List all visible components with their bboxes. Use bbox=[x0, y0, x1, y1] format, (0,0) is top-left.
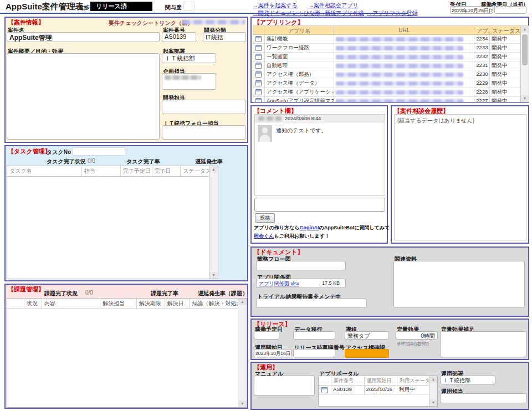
scroll-down-icon[interactable]: ▼ bbox=[238, 400, 247, 407]
redacted-checksheet-link[interactable] bbox=[182, 20, 245, 24]
dev-category-field[interactable]: IT統括 bbox=[203, 32, 246, 42]
app-url-cell[interactable] bbox=[334, 44, 474, 52]
scroll-down-icon[interactable]: ▼ bbox=[429, 399, 437, 406]
appsuite-case-management-sheet: AppSuite案件管理表 進捗 リリース済 関与度 →案件を起案する →案件相… bbox=[0, 0, 532, 411]
app-link-row[interactable]: 自動処理 2231 開発中 bbox=[253, 61, 520, 70]
post-comment-button[interactable]: 投稿 bbox=[255, 213, 275, 223]
scrollbar-thumb[interactable] bbox=[522, 34, 528, 65]
progress-status-badge[interactable]: リリース済 bbox=[90, 2, 152, 11]
app-window-icon[interactable] bbox=[255, 36, 262, 42]
task-col-done[interactable]: 完了日 bbox=[152, 166, 181, 176]
comments-panel: 【コメント欄】 2024/03/08 8:44 通知のテストです。 投稿 アプリ… bbox=[250, 105, 388, 244]
task-no-field[interactable] bbox=[72, 147, 125, 156]
issue-col-resolver[interactable]: 解決担当 bbox=[100, 299, 136, 309]
app-links-scrollbar[interactable]: ▲ ▼ bbox=[520, 26, 529, 102]
issue-table-scrollbar[interactable]: ▲ ▼ bbox=[238, 299, 247, 407]
app-link-row[interactable]: ワークフロー経路 2233 開発中 bbox=[253, 44, 520, 53]
app-portal-scrollbar[interactable]: ▲ ▼ bbox=[429, 376, 437, 406]
app-window-icon[interactable] bbox=[255, 54, 262, 60]
app-col-url[interactable]: URL bbox=[334, 26, 474, 34]
developer-field[interactable] bbox=[162, 100, 246, 114]
manual-area[interactable] bbox=[254, 376, 315, 395]
shoukaikun-link[interactable]: 照会くん bbox=[254, 233, 274, 239]
scroll-up-icon[interactable]: ▲ bbox=[238, 299, 247, 305]
app-window-icon[interactable] bbox=[255, 80, 262, 86]
app-url-cell[interactable] bbox=[334, 53, 474, 61]
task-col-assignee[interactable]: 担当 bbox=[81, 166, 120, 176]
app-url-cell[interactable] bbox=[334, 35, 474, 43]
app-no-cell: 2227 bbox=[474, 97, 489, 102]
task-col-status[interactable]: ステータス bbox=[180, 166, 209, 176]
app-name-cell: 自動処理 bbox=[264, 61, 334, 70]
scroll-down-icon[interactable]: ▼ bbox=[209, 272, 218, 279]
drafting-dept-field[interactable]: ＩＴ統括部 bbox=[162, 53, 216, 63]
app-url-cell[interactable] bbox=[334, 61, 474, 70]
promo1-pre-text: アプリの作り方なら bbox=[254, 225, 299, 230]
access-check-box[interactable] bbox=[345, 349, 389, 358]
task-table-scrollbar[interactable]: ▲ ▼ bbox=[209, 166, 218, 279]
app-col-icon bbox=[253, 26, 264, 34]
app-link-row[interactable]: 集計機能 2234 開発中 bbox=[253, 35, 520, 44]
app-window-icon[interactable] bbox=[255, 98, 262, 102]
task-no-label: タスクNo bbox=[47, 148, 71, 156]
app-url-cell[interactable] bbox=[334, 88, 474, 96]
app-window-icon[interactable] bbox=[255, 45, 262, 51]
planner-field[interactable] bbox=[162, 73, 216, 90]
case-summary-textarea[interactable] bbox=[7, 53, 160, 140]
effect-field[interactable]: 0時間 bbox=[396, 331, 438, 340]
related-docs-area[interactable] bbox=[393, 261, 525, 308]
scroll-up-icon[interactable]: ▲ bbox=[521, 26, 529, 33]
issue-col-deadline[interactable]: 解決期限 bbox=[136, 299, 165, 309]
app-col-status[interactable]: ステータス bbox=[489, 26, 520, 34]
app-col-name[interactable]: アプリ名 bbox=[264, 26, 334, 34]
scroll-up-icon[interactable]: ▲ bbox=[209, 166, 218, 173]
operation-dept-field[interactable]: ＩＴ統括部 bbox=[440, 376, 495, 384]
portal-col-status[interactable]: 利用ステータス bbox=[397, 376, 429, 385]
app-name-cell: 集計機能 bbox=[264, 35, 334, 43]
goginai-link[interactable]: GoginAI bbox=[299, 225, 319, 230]
flow-line-field[interactable]: 業務タブ bbox=[345, 331, 389, 340]
effect-suppl-area[interactable] bbox=[440, 331, 526, 357]
link-create-case[interactable]: →案件を起案する bbox=[253, 2, 298, 9]
data-migration-field[interactable] bbox=[293, 331, 335, 340]
planned-date-field[interactable] bbox=[254, 331, 279, 340]
start-date-field[interactable]: 2023年10月16日(月) bbox=[254, 349, 291, 357]
it-follow-field[interactable] bbox=[162, 125, 246, 140]
task-col-name[interactable]: タスク名 bbox=[7, 166, 81, 176]
ringi-number-field[interactable] bbox=[293, 349, 335, 357]
app-link-row[interactable]: アクセス権（データ） 2229 開発中 bbox=[253, 79, 520, 88]
issue-col-state[interactable]: 状況 bbox=[24, 299, 42, 309]
issue-col-content[interactable]: 内容 bbox=[42, 299, 100, 309]
link-consultation-app[interactable]: →案件相談会アプリ bbox=[308, 2, 359, 9]
app-window-icon[interactable] bbox=[255, 63, 262, 69]
portal-col-number[interactable]: 案件番号 bbox=[331, 376, 364, 385]
app-link-row[interactable]: AppSuiteアプリ設定情報マスタ 2227 開発中 bbox=[253, 97, 520, 102]
task-col-due[interactable]: 完了予定日 bbox=[120, 166, 152, 176]
app-url-cell[interactable] bbox=[334, 79, 474, 88]
comment-datetime: 2024/03/08 8:44 bbox=[285, 116, 321, 121]
app-col-no[interactable]: アプ… bbox=[474, 26, 489, 34]
app-url-cell[interactable] bbox=[334, 97, 474, 102]
issue-col-resolved[interactable]: 解決日 bbox=[165, 299, 190, 309]
scroll-up-icon[interactable]: ▲ bbox=[429, 376, 437, 383]
app-link-row[interactable]: アクセス権（部品） 2230 開発中 bbox=[253, 70, 520, 79]
app-window-icon[interactable] bbox=[255, 89, 262, 95]
scroll-down-icon[interactable]: ▼ bbox=[521, 95, 529, 102]
app-url-cell[interactable] bbox=[334, 70, 474, 79]
case-number-field[interactable]: AS0139 bbox=[162, 32, 196, 42]
operation-person-field[interactable] bbox=[440, 393, 526, 403]
app-link-row[interactable]: 一覧画面 2232 開発中 bbox=[253, 53, 520, 61]
portal-col-date[interactable]: 運用開始日 bbox=[364, 376, 397, 385]
desired-date-field[interactable] bbox=[494, 6, 526, 14]
involvement-field[interactable] bbox=[183, 2, 195, 11]
trial-report-field[interactable] bbox=[256, 299, 367, 308]
flow-diagram-field[interactable] bbox=[256, 261, 346, 270]
app-relation-file-link[interactable]: アプリ関係図.xlsx bbox=[259, 280, 299, 287]
app-link-row[interactable]: アクセス権（アプリケーション） 2228 開発中 bbox=[253, 88, 520, 97]
comment-input-textarea[interactable] bbox=[254, 198, 385, 212]
app-window-icon[interactable] bbox=[255, 71, 262, 78]
app-window-icon[interactable] bbox=[321, 387, 328, 393]
app-portal-row[interactable]: AS0139 2023/10/16 利用中 bbox=[319, 386, 429, 395]
case-name-field[interactable]: AppSuite管理 bbox=[7, 32, 160, 42]
issue-col-conclusion[interactable]: 結論（解決・対処方法） bbox=[189, 299, 238, 309]
